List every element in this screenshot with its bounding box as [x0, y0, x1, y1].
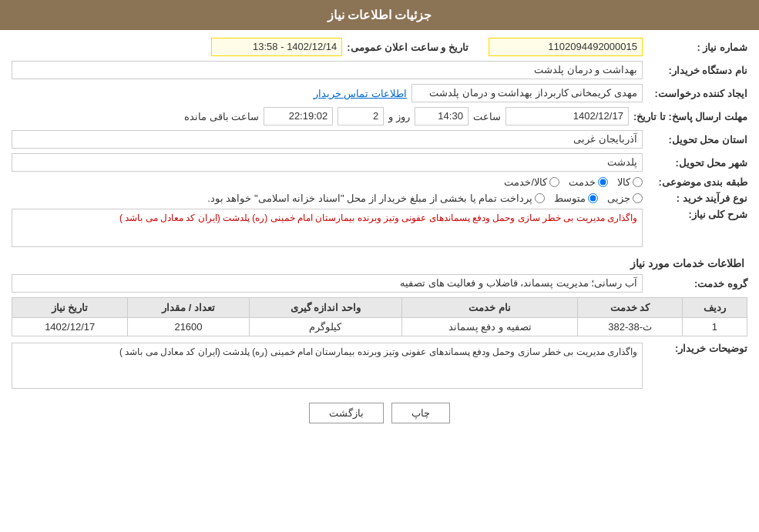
cell-date: 1402/12/17 [12, 318, 128, 336]
creator-link[interactable]: اطلاعات تماس خریدار [314, 88, 407, 99]
buyer-notes-label: توضیحات خریدار: [647, 343, 747, 354]
cell-name: تصفیه و دفع پسماند [401, 318, 578, 336]
purchase-type-jozi-label: جزیی [607, 192, 630, 204]
date-label: مهلت ارسال پاسخ: تا تاریخ: [633, 111, 747, 122]
purchase-type-motavasset-label: متوسط [554, 192, 586, 204]
page-title: جزئیات اطلاعات نیاز [0, 0, 759, 30]
description-textarea[interactable] [12, 209, 643, 247]
time-value: 14:30 [415, 107, 468, 125]
date-value: 1402/12/17 [505, 107, 629, 125]
cell-unit: کیلوگرم [249, 318, 401, 336]
purchase-type-motavasset-radio[interactable] [588, 193, 598, 203]
category-radio-group: کالا خدمت کالا/خدمت [504, 176, 643, 188]
col-quantity: تعداد / مقدار [128, 298, 249, 318]
purchase-type-jozi-option[interactable]: جزیی [607, 192, 643, 204]
cell-row: 1 [682, 318, 747, 336]
col-date: تاریخ نیاز [12, 298, 128, 318]
remaining-label: ساعت باقی مانده [184, 111, 259, 122]
category-kala-label: کالا [617, 176, 630, 188]
remaining-value: 22:19:02 [264, 107, 333, 125]
col-unit: واحد اندازه گیری [249, 298, 401, 318]
province-label: استان محل تحویل: [647, 134, 747, 146]
category-khedmat-label: خدمت [569, 176, 596, 188]
org-name-value: بهداشت و درمان پلدشت [12, 61, 643, 79]
buyer-notes-textarea[interactable] [12, 343, 643, 389]
table-row: 1 ث-38-382 تصفیه و دفع پسماند کیلوگرم 21… [12, 318, 747, 336]
services-section-title: اطلاعات خدمات مورد نیاز [12, 257, 747, 269]
cell-quantity: 21600 [128, 318, 249, 336]
cell-code: ث-38-382 [578, 318, 682, 336]
category-khedmat-option[interactable]: خدمت [569, 176, 608, 188]
creator-value: مهدی کریمخانی کاربرداز بهداشت و درمان پل… [411, 84, 643, 102]
province-value: آذربایجان غربی [12, 130, 643, 149]
city-value: پلدشت [12, 153, 643, 172]
category-label: طبقه بندی موضوعی: [647, 176, 747, 188]
org-name-label: نام دستگاه خریدار: [647, 65, 747, 76]
purchase-type-radio-group: جزیی متوسط پرداخت تمام یا بخشی از مبلغ خ… [207, 192, 643, 204]
day-label: روز و [388, 111, 410, 122]
category-both-label: کالا/خدمت [504, 176, 547, 188]
category-khedmat-radio[interactable] [598, 177, 608, 187]
service-group-label: گروه خدمت: [647, 278, 747, 289]
order-number-label: شماره نیاز : [647, 42, 747, 53]
purchase-type-asnad-label: پرداخت تمام یا بخشی از مبلغ خریدار از مح… [207, 192, 532, 204]
order-number-value: 1102094492000015 [489, 38, 643, 56]
time-label: ساعت [473, 111, 501, 122]
category-kala-radio[interactable] [633, 177, 643, 187]
services-table: ردیف کد خدمت نام خدمت واحد اندازه گیری ت… [12, 297, 747, 336]
day-value: 2 [338, 107, 384, 125]
service-group-value: آب رسانی؛ مدیریت پسماند، فاضلاب و فعالیت… [12, 274, 643, 293]
description-label: شرح کلی نیاز: [647, 209, 747, 220]
purchase-type-motavasset-option[interactable]: متوسط [554, 192, 598, 204]
category-both-radio[interactable] [549, 177, 559, 187]
print-button[interactable]: چاپ [391, 403, 450, 423]
col-code: کد خدمت [578, 298, 682, 318]
back-button[interactable]: بازگشت [309, 403, 384, 423]
col-row: ردیف [682, 298, 747, 318]
purchase-type-asnad-option[interactable]: پرداخت تمام یا بخشی از مبلغ خریدار از مح… [207, 192, 545, 204]
purchase-type-label: نوع فرآیند خرید : [647, 192, 747, 204]
col-name: نام خدمت [401, 298, 578, 318]
creator-label: ایجاد کننده درخواست: [647, 88, 747, 99]
purchase-type-asnad-radio[interactable] [535, 193, 545, 203]
category-kala-option[interactable]: کالا [617, 176, 643, 188]
purchase-type-jozi-radio[interactable] [633, 193, 643, 203]
action-buttons: چاپ بازگشت [12, 403, 747, 423]
announce-label: تاریخ و ساعت اعلان عمومی: [347, 42, 468, 53]
city-label: شهر محل تحویل: [647, 157, 747, 169]
category-both-option[interactable]: کالا/خدمت [504, 176, 559, 188]
announce-value: 1402/12/14 - 13:58 [211, 38, 342, 56]
